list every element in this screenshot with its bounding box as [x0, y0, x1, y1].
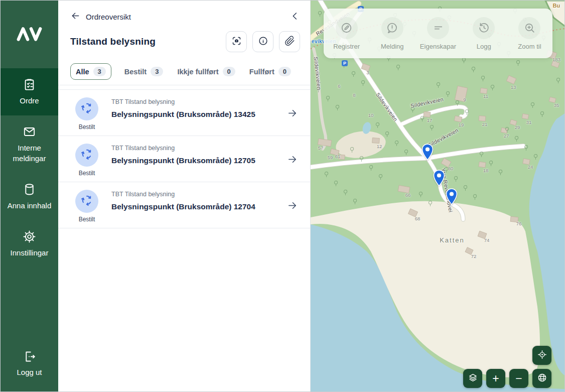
title-actions: [226, 31, 300, 52]
logout-icon: [23, 350, 36, 363]
order-info: TBT Tilstand belysningBelysningspunkt (B…: [102, 97, 284, 119]
log-icon: [473, 17, 495, 39]
back-button[interactable]: [70, 11, 81, 23]
sidebar: OrdreInterne meldingarAnna innhaldInnsti…: [1, 1, 58, 391]
chevron-left-icon: [290, 11, 300, 23]
map-canvas[interactable]: SildevikveienRevesandveienSildevikveienS…: [311, 1, 564, 391]
tab-count-badge: 0: [278, 67, 291, 76]
gear-icon: [23, 230, 36, 243]
order-type-badge: [75, 190, 98, 213]
map-building: [510, 216, 518, 222]
map-building: [522, 114, 528, 119]
sidebar-item-label: Logg ut: [17, 368, 42, 376]
breadcrumb[interactable]: Ordreoversikt: [86, 13, 131, 21]
map-building: [523, 159, 530, 165]
message-icon: [381, 17, 403, 39]
map-building: [372, 138, 380, 144]
map-toolbar-logg[interactable]: Logg: [461, 9, 507, 58]
order-title: Belysningspunkt (Bruksområde) 12705: [111, 156, 284, 165]
map-toolbar-label: Registrer: [333, 43, 360, 50]
panel-header: Ordreoversikt: [58, 1, 310, 24]
zoom-in-button-glyph: +: [492, 373, 499, 384]
tab-ikkje-fullført[interactable]: Ikkje fullført0: [176, 64, 236, 79]
locate-icon: [537, 349, 547, 361]
attachment-button[interactable]: [279, 31, 300, 52]
map-building: [480, 88, 487, 94]
map-base: [311, 1, 564, 391]
zoom-in-button[interactable]: +: [486, 369, 505, 388]
register-icon: [336, 17, 358, 39]
map-building: [479, 116, 486, 121]
recycle-icon: [81, 148, 93, 162]
sidebar-item-innstillingar[interactable]: Innstillingar: [1, 220, 58, 268]
map-toolbar-eigenskapar[interactable]: Eigenskapar: [415, 9, 461, 58]
map-toolbar: RegistrerMeldingEigenskaparLoggZoom til: [324, 9, 552, 58]
order-row[interactable]: BestiltTBT Tilstand belysningBelysningsp…: [58, 136, 310, 182]
order-status-column: Bestilt: [71, 97, 102, 130]
map-pin[interactable]: [446, 188, 458, 205]
order-panel: Ordreoversikt Tilstand belysning Alle3Be…: [58, 1, 311, 391]
map-toolbar-registrer[interactable]: Registrer: [324, 9, 369, 58]
order-category: TBT Tilstand belysning: [111, 98, 284, 105]
zoom-out-button[interactable]: −: [509, 369, 528, 388]
database-icon: [23, 183, 36, 196]
arrow-right-icon: [287, 204, 298, 213]
order-title: Belysningspunkt (Bruksområde) 13425: [111, 110, 284, 119]
map-toolbar-melding[interactable]: Melding: [369, 9, 415, 58]
recycle-icon: [81, 102, 93, 116]
map-building: [501, 127, 508, 133]
sidebar-item-ordre[interactable]: Ordre: [1, 68, 58, 115]
app-window: OrdreInterne meldingarAnna innhaldInnsti…: [0, 0, 565, 392]
locate-wrap: [532, 346, 551, 365]
tab-label: Ikkje fullført: [177, 68, 218, 76]
map-toolbar-label: Eigenskapar: [420, 43, 456, 50]
map-pin[interactable]: [421, 144, 434, 160]
app-logo[interactable]: [1, 1, 58, 68]
tab-bestilt[interactable]: Bestilt3: [123, 64, 165, 79]
layers-button[interactable]: [463, 369, 482, 388]
order-status-column: Bestilt: [71, 144, 102, 177]
sidebar-item-interne-meldingar[interactable]: Interne meldingar: [1, 115, 58, 173]
order-status: Bestilt: [79, 123, 95, 130]
sidebar-item-label: Innstillingar: [11, 248, 49, 258]
properties-icon: [427, 17, 449, 39]
tab-alle[interactable]: Alle3: [70, 63, 111, 80]
tab-count-badge: 0: [223, 67, 235, 76]
sidebar-item-anna-innhald[interactable]: Anna innhald: [1, 173, 58, 220]
camera-icon: [231, 36, 242, 48]
open-order-button[interactable]: [284, 200, 301, 213]
info-button[interactable]: [252, 31, 273, 52]
av-logo-icon: [15, 25, 44, 45]
open-order-button[interactable]: [284, 107, 301, 121]
order-type-badge: [75, 97, 98, 120]
photo-button[interactable]: [226, 31, 247, 52]
status-tabs: Alle3Bestilt3Ikkje fullført0Fullført0: [58, 60, 310, 85]
tab-fullført[interactable]: Fullført0: [248, 64, 292, 79]
page-title: Tilstand belysning: [70, 36, 156, 47]
sidebar-nav: OrdreInterne meldingarAnna innhaldInnsti…: [1, 68, 58, 268]
collapse-panel-button[interactable]: [290, 11, 300, 23]
zoom-to-icon: [518, 17, 540, 39]
order-category: TBT Tilstand belysning: [111, 145, 284, 152]
order-row[interactable]: BestiltTBT Tilstand belysningBelysningsp…: [58, 182, 310, 228]
map-toolbar-label: Logg: [477, 43, 491, 50]
tab-label: Alle: [76, 68, 89, 76]
sidebar-item-logg-ut[interactable]: Logg ut: [1, 340, 58, 391]
sidebar-item-label: Anna innhald: [8, 201, 52, 211]
map-pin[interactable]: [433, 170, 445, 186]
map-toolbar-zoom-til[interactable]: Zoom til: [507, 9, 552, 58]
attachment-icon: [285, 36, 295, 48]
tab-count-badge: 3: [151, 67, 163, 76]
order-status: Bestilt: [79, 216, 95, 223]
clipboard-icon: [23, 78, 36, 91]
locate-button[interactable]: [532, 346, 551, 365]
order-title: Belysningspunkt (Bruksområde) 12704: [111, 202, 284, 211]
order-list: BestiltTBT Tilstand belysningBelysningsp…: [58, 89, 310, 228]
tab-label: Bestilt: [124, 68, 147, 76]
open-order-button[interactable]: [284, 154, 301, 167]
order-row[interactable]: BestiltTBT Tilstand belysningBelysningsp…: [58, 90, 310, 136]
basemap-button[interactable]: [532, 369, 551, 388]
title-row: Tilstand belysning: [58, 24, 310, 60]
sidebar-item-label: Ordre: [20, 96, 39, 106]
globe-icon: [537, 372, 547, 384]
